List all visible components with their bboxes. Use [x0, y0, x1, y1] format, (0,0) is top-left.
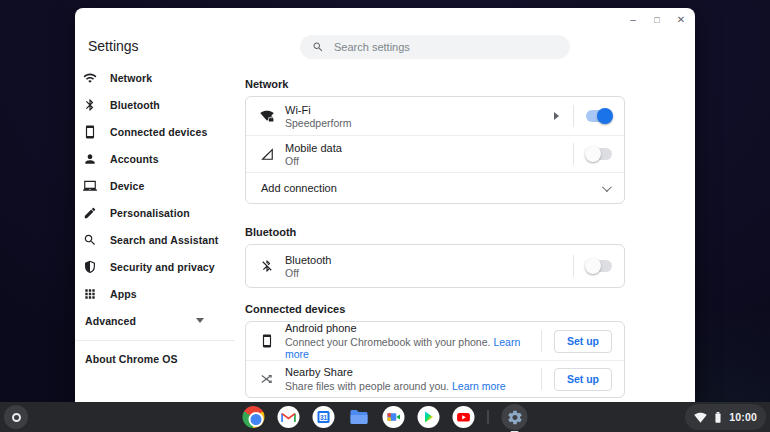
shelf-app-calendar[interactable]: 31 — [313, 406, 335, 428]
youtube-icon — [453, 406, 475, 428]
chevron-down-icon — [602, 182, 612, 192]
meet-camera-icon — [383, 406, 405, 428]
add-connection-row[interactable]: Add connection — [246, 172, 624, 203]
shelf: 31 — [0, 402, 770, 432]
shelf-app-gmail[interactable] — [278, 406, 300, 428]
row-separator — [573, 255, 574, 277]
settings-window: – □ ✕ Settings Network — [75, 8, 695, 403]
bluetooth-title: Bluetooth — [285, 254, 573, 266]
shelf-app-chrome[interactable] — [243, 406, 265, 428]
wifi-row[interactable]: Wi-Fi Speedperform — [246, 97, 624, 135]
window-titlebar[interactable]: – □ ✕ — [75, 8, 695, 34]
apps-grid-icon — [82, 286, 98, 302]
nearby-share-row: Nearby Share Share files with people aro… — [246, 360, 624, 397]
sidebar-item-label: Bluetooth — [110, 99, 160, 111]
pen-icon — [82, 205, 98, 221]
mobile-data-row[interactable]: Mobile data Off — [246, 135, 624, 172]
row-separator — [573, 143, 574, 165]
sidebar-item-security-privacy[interactable]: Security and privacy — [75, 253, 245, 280]
android-phone-row: Android phone Connect your Chromebook wi… — [246, 322, 624, 360]
network-card: Wi-Fi Speedperform — [245, 96, 625, 204]
learn-more-link[interactable]: Learn more — [452, 380, 506, 392]
sidebar-item-label: Device — [110, 180, 144, 192]
clock-label: 10:00 — [729, 411, 757, 423]
shelf-app-play-store[interactable] — [418, 406, 440, 428]
battery-icon — [712, 411, 724, 424]
wifi-icon — [82, 70, 98, 86]
bluetooth-row[interactable]: Bluetooth Off — [246, 245, 624, 287]
connected-devices-section-heading: Connected devices — [245, 303, 625, 315]
shelf-apps: 31 — [243, 402, 528, 432]
android-phone-set-up-button[interactable]: Set up — [554, 330, 612, 353]
sidebar-item-device[interactable]: Device — [75, 172, 245, 199]
about-label: About Chrome OS — [85, 353, 178, 365]
shelf-app-settings[interactable] — [502, 404, 528, 430]
search-placeholder: Search settings — [334, 41, 410, 53]
person-icon — [82, 151, 98, 167]
cellular-signal-icon — [259, 146, 275, 162]
bluetooth-toggle[interactable] — [586, 260, 612, 272]
wifi-lock-icon — [259, 108, 275, 124]
sidebar-item-advanced[interactable]: Advanced — [75, 307, 245, 334]
nearby-share-set-up-button[interactable]: Set up — [554, 368, 612, 391]
sidebar-item-network[interactable]: Network — [75, 64, 245, 91]
shield-icon — [82, 259, 98, 275]
sidebar-item-apps[interactable]: Apps — [75, 280, 245, 307]
sidebar-item-label: Apps — [110, 288, 137, 300]
files-folder-icon — [348, 406, 370, 428]
settings-gear-icon — [502, 404, 528, 430]
close-button[interactable]: ✕ — [673, 12, 689, 28]
chrome-icon — [243, 406, 265, 428]
mobile-data-toggle[interactable] — [586, 148, 612, 160]
launcher-button[interactable] — [4, 405, 28, 429]
advanced-label: Advanced — [85, 315, 136, 327]
sidebar-item-label: Accounts — [110, 153, 159, 165]
wifi-toggle[interactable] — [586, 110, 612, 122]
sidebar-item-label: Network — [110, 72, 152, 84]
desktop-wallpaper: – □ ✕ Settings Network — [0, 0, 770, 432]
settings-main: Search settings Network — [245, 8, 695, 403]
window-controls: – □ ✕ — [625, 12, 689, 28]
bluetooth-card: Bluetooth Off — [245, 244, 625, 288]
shelf-app-meet[interactable] — [383, 406, 405, 428]
sidebar-item-label: Search and Assistant — [110, 234, 218, 246]
smartphone-icon — [82, 124, 98, 140]
smartphone-icon — [259, 333, 275, 349]
calendar-icon: 31 — [313, 406, 335, 428]
wifi-subtitle: Speedperform — [285, 117, 554, 129]
nearby-share-icon — [259, 371, 275, 387]
sidebar-item-connected-devices[interactable]: Connected devices — [75, 118, 245, 145]
sidebar-item-label: Connected devices — [110, 126, 207, 138]
description-text: Connect your Chromebook with your phone. — [285, 336, 493, 348]
maximize-button[interactable]: □ — [649, 12, 665, 28]
wifi-icon — [694, 411, 707, 424]
sidebar-divider — [75, 340, 235, 341]
minimize-button[interactable]: – — [625, 12, 641, 28]
description-text: Share files with people around you. — [285, 380, 452, 392]
nearby-share-title: Nearby Share — [285, 366, 541, 378]
row-separator — [573, 105, 574, 127]
row-separator — [541, 330, 542, 352]
search-settings-input[interactable]: Search settings — [300, 35, 570, 59]
search-icon — [82, 232, 98, 248]
wifi-title: Wi-Fi — [285, 104, 554, 116]
page-title: Settings — [88, 38, 245, 54]
shelf-app-files[interactable] — [348, 406, 370, 428]
sidebar-item-bluetooth[interactable]: Bluetooth — [75, 91, 245, 118]
mobile-data-title: Mobile data — [285, 142, 573, 154]
sidebar-item-search-assistant[interactable]: Search and Assistant — [75, 226, 245, 253]
sidebar-item-accounts[interactable]: Accounts — [75, 145, 245, 172]
add-connection-label: Add connection — [261, 182, 337, 194]
shelf-separator — [488, 410, 489, 424]
shelf-app-youtube[interactable] — [453, 406, 475, 428]
sidebar-nav: Network Bluetooth Connected devices — [75, 64, 245, 372]
connected-devices-card: Android phone Connect your Chromebook wi… — [245, 321, 625, 398]
subpage-arrow-icon — [554, 112, 559, 120]
sidebar-item-label: Security and privacy — [110, 261, 215, 273]
sidebar-item-personalisation[interactable]: Personalisation — [75, 199, 245, 226]
bluetooth-subtitle: Off — [285, 267, 573, 279]
sidebar-item-about-chrome-os[interactable]: About Chrome OS — [75, 345, 245, 372]
status-tray[interactable]: 10:00 — [685, 404, 766, 430]
sidebar-item-label: Personalisation — [110, 207, 190, 219]
bluetooth-disabled-icon — [259, 258, 275, 274]
